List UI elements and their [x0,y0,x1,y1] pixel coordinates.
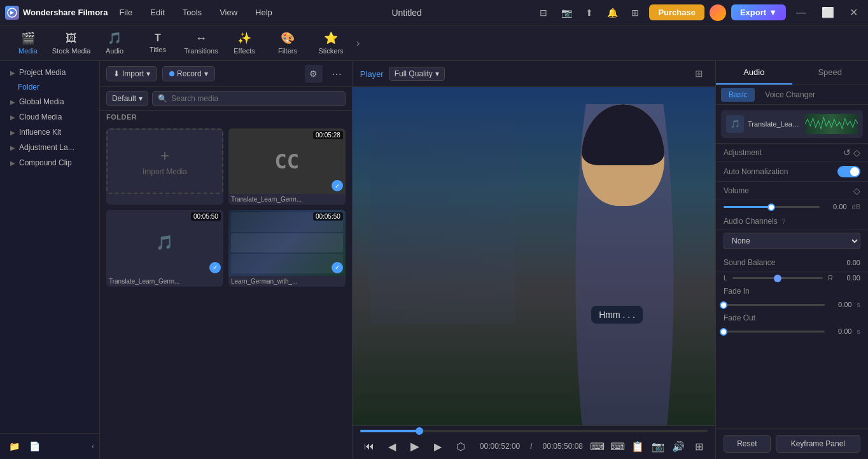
sidebar-item-adjustment[interactable]: ▶ Adjustment La... [5,140,94,155]
right-tabs: Audio Speed [716,61,868,85]
mark-in-button[interactable]: ⌨ [588,437,606,455]
adjustment-reset-icon[interactable]: ↺ [843,147,851,158]
sidebar-collapse-button[interactable]: ‹ [92,442,94,451]
fade-in-value: 0.00 [830,301,852,308]
user-avatar[interactable] [710,4,726,21]
sub-tab-voice-changer[interactable]: Voice Changer [757,88,823,102]
fade-in-thumb[interactable] [720,301,727,309]
media-sort-dropdown[interactable]: Default ▾ [106,91,148,106]
record-button[interactable]: Record ▾ [162,66,215,81]
play-pause-button[interactable]: ▶ [406,437,424,455]
sidebar-item-global-media[interactable]: ▶ Global Media [5,94,94,109]
audio-toolbar-icon: 🎵 [108,31,122,45]
effects-icon: ✨ [237,31,251,45]
grid-icon[interactable]: ⊞ [626,4,644,22]
media-duration-audio: 00:05:50 [191,212,221,221]
current-time: 00:00:52:00 [480,442,520,451]
upload-icon[interactable]: ⬆ [580,4,598,22]
import-media-box[interactable]: + Import Media [106,128,223,194]
sound-balance-value: 0.00 [838,259,860,266]
bell-icon[interactable]: 🔔 [603,4,621,22]
window-close-button[interactable]: ✕ [844,5,863,20]
sidebar-item-global-media-label: Global Media [19,97,64,106]
toolbar-filters[interactable]: 🎨 Filters [267,27,308,60]
toolbar-more-button[interactable]: › [354,35,362,51]
media-more-button[interactable]: ⋯ [328,65,346,83]
reset-button[interactable]: Reset [724,435,771,453]
sub-tab-basic[interactable]: Basic [721,88,755,102]
keyframe-panel-button[interactable]: Keyframe Panel [776,435,860,453]
in-point-button[interactable]: ⬡ [452,437,470,455]
minimize-window-icon[interactable]: ⊟ [535,4,552,22]
menu-tools[interactable]: Tools [176,5,208,20]
media-item-cc[interactable]: 00:05:28 CC ✓ Translate_Learn_Germ... [228,128,346,205]
window-restore-button[interactable]: ⬜ [816,5,839,20]
audio-channels-help-icon[interactable]: ? [782,218,786,225]
progress-thumb[interactable] [416,427,423,435]
quality-dropdown[interactable]: Full Quality ▾ [389,67,445,81]
sidebar-item-cloud-media[interactable]: ▶ Cloud Media [5,109,94,125]
character-head [582,104,664,206]
volume-slider[interactable] [724,206,820,208]
import-media-item[interactable]: + Import Media [106,128,223,205]
progress-bar[interactable] [360,430,708,432]
menu-file[interactable]: File [113,5,139,20]
preview-fullscreen-icon[interactable]: ⊞ [690,65,708,83]
media-filter-button[interactable]: ⚙ [305,65,323,83]
tab-speed[interactable]: Speed [792,61,869,85]
toolbar-titles-label: Titles [150,46,166,53]
new-item-icon[interactable]: 📄 [25,437,43,455]
plus-icon: + [160,147,169,165]
toolbar-effects[interactable]: ✨ Effects [224,27,265,60]
frame-forward-button[interactable]: ▶ [429,437,447,455]
fade-out-thumb[interactable] [720,328,727,336]
fade-in-slider[interactable] [724,304,825,306]
fullscreen-button[interactable]: ⊞ [690,437,708,455]
balance-slider-thumb[interactable] [774,275,781,282]
fade-out-slider[interactable] [724,331,825,332]
audio-file-icon: 🎵 [156,235,173,251]
arrow-icon-global: ▶ [10,99,15,106]
menu-edit[interactable]: Edit [144,5,171,20]
add-to-timeline-button[interactable]: 📋 [629,437,647,455]
skip-back-button[interactable]: ⏮ [360,437,378,455]
toolbar-stickers[interactable]: ⭐ Stickers [311,27,351,60]
sidebar-item-compound-clip[interactable]: ▶ Compound Clip [5,155,94,170]
sidebar-item-cloud-media-label: Cloud Media [19,113,62,121]
snapshot-button[interactable]: 📷 [649,437,667,455]
search-input[interactable] [171,94,340,103]
volume-slider-thumb[interactable] [767,203,775,211]
tab-audio[interactable]: Audio [716,61,792,85]
toolbar-titles[interactable]: T Titles [137,27,178,60]
arrow-icon-influence: ▶ [10,129,15,136]
menu-view[interactable]: View [213,5,244,20]
auto-norm-toggle[interactable] [837,166,860,177]
window-minimize-button[interactable]: — [791,6,811,20]
sidebar-item-folder[interactable]: Folder [5,80,94,94]
adjustment-clear-icon[interactable]: ◇ [853,147,860,158]
sidebar-item-influence-kit[interactable]: ▶ Influence Kit [5,125,94,140]
menu-help[interactable]: Help [249,5,279,20]
toolbar-media[interactable]: 🎬 Media [8,27,48,60]
frame-back-button[interactable]: ◀ [383,437,401,455]
toolbar-transitions[interactable]: ↔ Transitions [181,27,221,60]
mark-out-button[interactable]: ⌨ [608,437,626,455]
media-search-box[interactable]: 🔍 [152,91,346,106]
media-item-video[interactable]: 00:05:50 ✓ Learn_German_with_... [228,210,346,286]
toolbar-audio[interactable]: 🎵 Audio [94,27,135,60]
export-button[interactable]: Export ▼ [731,4,786,20]
camera-icon[interactable]: 📷 [557,4,575,22]
document-title: Untitled [284,8,530,18]
media-item-audio[interactable]: 00:05:50 🎵 ✓ Translate_Learn_Germ... [106,210,223,286]
media-item-video-name: Learn_German_with_... [228,276,346,287]
sidebar-item-project-media[interactable]: ▶ Project Media [5,65,94,80]
volume-clear-icon[interactable]: ◇ [853,186,860,196]
import-button[interactable]: ⬇ Import ▾ [106,66,157,81]
add-folder-icon[interactable]: 📁 [5,437,23,455]
balance-right-label: R [828,274,833,282]
toolbar-stock-media[interactable]: 🖼 Stock Media [51,27,92,60]
channels-select[interactable]: None Mono Stereo [724,233,860,249]
voice-button[interactable]: 🔊 [669,437,687,455]
balance-slider[interactable] [732,277,823,279]
purchase-button[interactable]: Purchase [649,4,704,20]
